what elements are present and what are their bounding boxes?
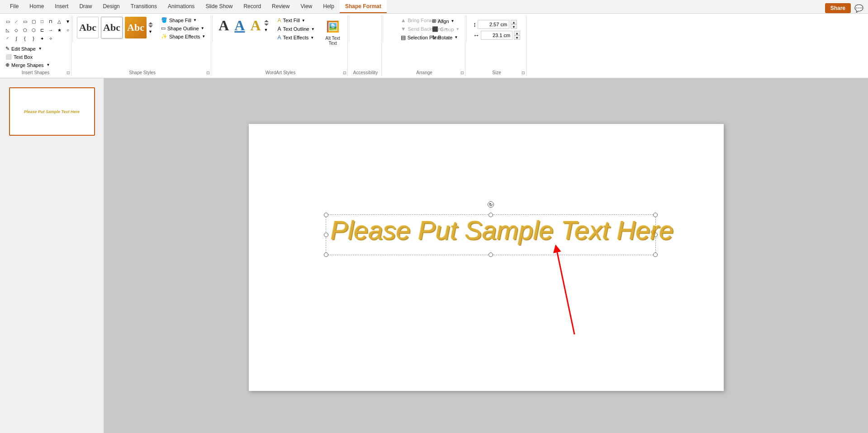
size-expand[interactable]: ⊡: [522, 71, 525, 75]
shape-outline-dropdown[interactable]: ▼: [201, 26, 204, 30]
shape-styles-scroll[interactable]: [148, 21, 156, 29]
merge-shapes-dropdown[interactable]: ▼: [47, 63, 50, 67]
tab-transitions[interactable]: Transitions: [125, 0, 162, 13]
group-dropdown[interactable]: ▼: [456, 27, 460, 31]
align-dropdown[interactable]: ▼: [451, 19, 455, 23]
shape-hexa[interactable]: ⬡: [29, 26, 38, 34]
height-up-btn[interactable]: ▲: [511, 20, 517, 24]
align-btn[interactable]: ⊞ Align ▼: [429, 17, 462, 25]
tab-draw[interactable]: Draw: [74, 0, 97, 13]
shape-cylinder[interactable]: ⊓: [47, 17, 55, 25]
text-effects-btn[interactable]: A Text Effects ▼: [275, 33, 318, 42]
alt-text-btn[interactable]: 🖼️ Alt Text Text: [321, 16, 345, 47]
ribbon-tab-bar: File Home Insert Draw Design Transitions…: [0, 0, 868, 14]
shape-brace[interactable]: {: [21, 34, 29, 43]
arrange-expand[interactable]: ⊡: [460, 71, 464, 75]
shape-circle[interactable]: ○: [64, 26, 72, 34]
height-spinner: ▲ ▼: [511, 20, 517, 29]
ribbon-content: ▭ ⟋ ▭ ▢ □ ⊓ △ ▼ ◺ ◇ ⬠ ⬡ ⊏ → ★: [0, 14, 868, 78]
shape-style-2[interactable]: Abc: [101, 17, 123, 38]
shape-styles-expand[interactable]: ⊡: [206, 71, 210, 75]
tab-design[interactable]: Design: [97, 0, 125, 13]
tab-insert[interactable]: Insert: [49, 0, 74, 13]
shape-curve[interactable]: ∫: [12, 34, 20, 43]
handle-bot-mid[interactable]: [489, 252, 493, 257]
comments-icon[interactable]: 💬: [854, 4, 863, 13]
text-fill-btn[interactable]: A Text Fill ▼: [275, 16, 318, 24]
tab-review[interactable]: Review: [266, 0, 295, 13]
edit-shape-btn[interactable]: ✎ Edit Shape ▼: [3, 45, 52, 52]
shape-star[interactable]: ★: [55, 26, 63, 34]
wordart-styles-scroll[interactable]: [264, 19, 271, 27]
shape-custom[interactable]: ✦: [38, 34, 46, 43]
shape-arrow[interactable]: →: [47, 26, 55, 34]
shape-diamond[interactable]: ◇: [12, 26, 20, 34]
height-input[interactable]: 2.57 cm: [478, 20, 509, 29]
width-down-btn[interactable]: ▼: [514, 35, 520, 40]
height-down-btn[interactable]: ▼: [511, 24, 517, 29]
shape-effects-dropdown[interactable]: ▼: [202, 34, 205, 38]
tab-animations[interactable]: Animations: [162, 0, 200, 13]
shape-fill-dropdown[interactable]: ▼: [193, 18, 197, 22]
main-area: 1 Please Put Sample Text Here ↻: [0, 78, 868, 433]
shape-effects-btn[interactable]: ✨ Shape Effects ▼: [158, 33, 208, 40]
shape-style-1[interactable]: Abc: [77, 17, 99, 38]
arrange-group: ▲ Bring Forward ▼ ▼ Send Backward ▼ ▤ Se…: [384, 15, 465, 76]
tab-shape-format[interactable]: Shape Format: [340, 0, 387, 13]
shapes-expand[interactable]: ▼: [64, 17, 72, 25]
wordart-style-2[interactable]: A: [232, 16, 247, 35]
tab-file[interactable]: File: [5, 0, 24, 13]
canvas-area[interactable]: ↻ Please Put Sample Text Here: [104, 78, 868, 433]
shape-penta[interactable]: ⬠: [21, 26, 29, 34]
tab-view[interactable]: View: [295, 0, 318, 13]
shape-sq[interactable]: □: [38, 17, 46, 25]
edit-shape-icon: ✎: [5, 46, 9, 52]
text-effects-dropdown[interactable]: ▼: [310, 36, 314, 40]
merge-shapes-btn[interactable]: ⊕ Merge Shapes ▼: [3, 61, 52, 69]
shape-styles-group: Abc Abc Abc ▼ 🪣 Shape Fill: [74, 15, 211, 76]
tab-home[interactable]: Home: [24, 0, 49, 13]
insert-shapes-expand[interactable]: ⊡: [66, 71, 70, 75]
shape-outline-btn[interactable]: ▭ Shape Outline ▼: [158, 24, 208, 32]
handle-bot-right[interactable]: [653, 252, 658, 257]
wordart-style-1[interactable]: A: [216, 16, 231, 35]
rotate-dropdown[interactable]: ▼: [455, 35, 458, 39]
rotate-handle[interactable]: ↻: [488, 201, 494, 208]
shape-styles-more[interactable]: ▼: [148, 29, 156, 34]
shape-rect[interactable]: ▭: [4, 17, 12, 25]
slide-canvas[interactable]: ↻ Please Put Sample Text Here: [249, 124, 724, 391]
shape-style-3[interactable]: Abc: [125, 17, 147, 38]
wordart-styles-group: A A A ▼ A Text Fill: [213, 15, 347, 76]
text-fill-dropdown[interactable]: ▼: [302, 19, 305, 23]
text-outline-btn[interactable]: A Text Outline ▼: [275, 25, 318, 33]
wordart-style-3[interactable]: A: [248, 16, 263, 35]
tab-help[interactable]: Help: [318, 0, 340, 13]
shape-fill-btn[interactable]: 🪣 Shape Fill ▼: [158, 16, 208, 24]
shape-line[interactable]: ⟋: [12, 17, 20, 25]
rotate-btn[interactable]: ↻ Rotate ▼: [429, 33, 462, 41]
shape-rounded[interactable]: ▢: [29, 17, 38, 25]
text-fill-icon: A: [278, 17, 281, 24]
shape-custom2[interactable]: ✧: [47, 34, 55, 43]
tab-slideshow[interactable]: Slide Show: [200, 0, 238, 13]
shape-rtri[interactable]: ◺: [4, 26, 12, 34]
width-input[interactable]: 23.1 cm: [481, 31, 512, 40]
text-outline-dropdown[interactable]: ▼: [311, 27, 315, 31]
tab-record[interactable]: Record: [238, 0, 266, 13]
share-button[interactable]: Share: [825, 3, 851, 13]
wordart-styles-more[interactable]: ▼: [264, 28, 271, 32]
group-btn[interactable]: ⬛ Group ▼: [429, 25, 462, 33]
shape-tri[interactable]: △: [55, 17, 63, 25]
shape-fill-icon: 🪣: [161, 17, 167, 23]
wordart-styles-expand[interactable]: ⊡: [343, 71, 346, 75]
width-up-btn[interactable]: ▲: [514, 31, 520, 35]
slide-thumbnail[interactable]: Please Put Sample Text Here: [9, 87, 95, 136]
shape-arc[interactable]: ◜: [4, 34, 12, 43]
edit-shape-dropdown[interactable]: ▼: [38, 47, 42, 51]
wordart-container[interactable]: ↻ Please Put Sample Text Here: [326, 214, 656, 255]
shape-brace2[interactable]: }: [29, 34, 38, 43]
handle-bot-left[interactable]: [324, 252, 328, 257]
text-box-btn[interactable]: ⬜ Text Box: [3, 53, 52, 61]
shape-rect2[interactable]: ▭: [21, 17, 29, 25]
shape-octa[interactable]: ⊏: [38, 26, 46, 34]
